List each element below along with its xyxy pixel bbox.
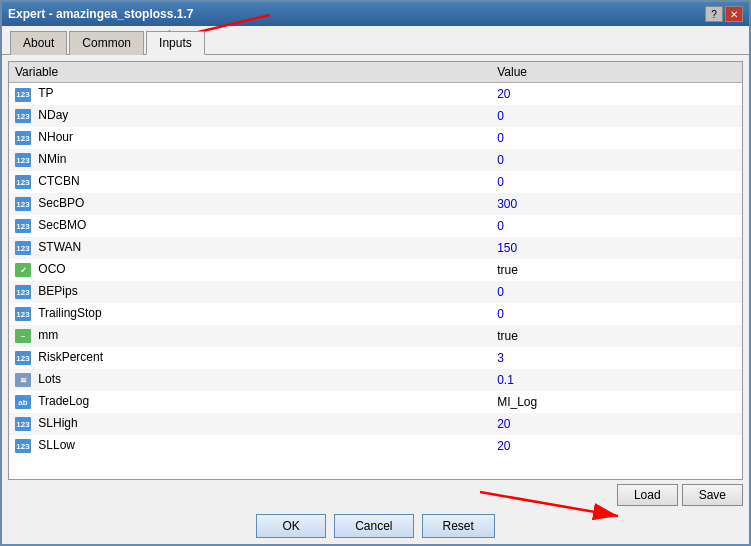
value-cell[interactable]: 300 bbox=[491, 193, 742, 215]
variable-icon: 123 bbox=[15, 241, 31, 255]
variable-icon: 123 bbox=[15, 88, 31, 102]
help-button[interactable]: ? bbox=[705, 6, 723, 22]
value-cell[interactable]: 0 bbox=[491, 215, 742, 237]
cancel-button[interactable]: Cancel bbox=[334, 514, 413, 538]
variable-icon: ✓ bbox=[15, 263, 31, 277]
value-cell[interactable]: 20 bbox=[491, 83, 742, 105]
value-cell[interactable]: 0 bbox=[491, 127, 742, 149]
value-cell[interactable]: 0 bbox=[491, 171, 742, 193]
variable-icon: 123 bbox=[15, 351, 31, 365]
value-cell[interactable]: MI_Log bbox=[491, 391, 742, 413]
save-button[interactable]: Save bbox=[682, 484, 743, 506]
variable-cell: 123 NMin bbox=[9, 149, 491, 171]
title-bar: Expert - amazingea_stoploss.1.7 ? ✕ bbox=[2, 2, 749, 26]
variable-name: RiskPercent bbox=[38, 350, 103, 364]
variable-cell: ≋ Lots bbox=[9, 369, 491, 391]
variable-name: TrailingStop bbox=[38, 306, 102, 320]
window-title: Expert - amazingea_stoploss.1.7 bbox=[8, 7, 193, 21]
table-row[interactable]: 123 SLLow 20 bbox=[9, 435, 742, 457]
variable-cell: ~ mm bbox=[9, 325, 491, 347]
table-row[interactable]: 123 RiskPercent 3 bbox=[9, 347, 742, 369]
close-button[interactable]: ✕ bbox=[725, 6, 743, 22]
variable-name: TP bbox=[38, 86, 53, 100]
variable-cell: 123 SLLow bbox=[9, 435, 491, 457]
tabs-bar: About Common Inputs bbox=[2, 26, 749, 55]
variable-icon: 123 bbox=[15, 131, 31, 145]
value-cell[interactable]: 0.1 bbox=[491, 369, 742, 391]
table-row[interactable]: ~ mm true bbox=[9, 325, 742, 347]
variable-icon: 123 bbox=[15, 417, 31, 431]
tab-common[interactable]: Common bbox=[69, 31, 144, 55]
value-cell[interactable]: 20 bbox=[491, 413, 742, 435]
variable-name: STWAN bbox=[38, 240, 81, 254]
value-cell[interactable]: 0 bbox=[491, 149, 742, 171]
variable-cell: 123 NHour bbox=[9, 127, 491, 149]
variable-cell: 123 SecBMO bbox=[9, 215, 491, 237]
variable-name: OCO bbox=[38, 262, 65, 276]
variable-icon: 123 bbox=[15, 109, 31, 123]
bottom-section: Load Save OK Cancel Reset bbox=[8, 480, 743, 538]
col-value-header: Value bbox=[491, 62, 742, 83]
inputs-table-container: Variable Value 123 TP 20 123 NDay 0 123 bbox=[8, 61, 743, 480]
variable-cell: 123 CTCBN bbox=[9, 171, 491, 193]
content-area: Variable Value 123 TP 20 123 NDay 0 123 bbox=[2, 55, 749, 544]
variable-icon: ≋ bbox=[15, 373, 31, 387]
variable-icon: 123 bbox=[15, 285, 31, 299]
table-row[interactable]: 123 NMin 0 bbox=[9, 149, 742, 171]
value-cell[interactable]: 0 bbox=[491, 105, 742, 127]
variable-icon: 123 bbox=[15, 219, 31, 233]
table-row[interactable]: 123 CTCBN 0 bbox=[9, 171, 742, 193]
variable-name: SecBMO bbox=[38, 218, 86, 232]
variable-cell: 123 TP bbox=[9, 83, 491, 105]
tab-inputs[interactable]: Inputs bbox=[146, 31, 205, 55]
table-row[interactable]: ✓ OCO true bbox=[9, 259, 742, 281]
variable-name: SecBPO bbox=[38, 196, 84, 210]
table-row[interactable]: 123 SecBPO 300 bbox=[9, 193, 742, 215]
reset-button[interactable]: Reset bbox=[422, 514, 495, 538]
variable-icon: 123 bbox=[15, 307, 31, 321]
table-row[interactable]: 123 SecBMO 0 bbox=[9, 215, 742, 237]
load-button[interactable]: Load bbox=[617, 484, 678, 506]
table-row[interactable]: 123 BEPips 0 bbox=[9, 281, 742, 303]
table-header-row: Variable Value bbox=[9, 62, 742, 83]
value-cell[interactable]: 0 bbox=[491, 281, 742, 303]
col-variable-header: Variable bbox=[9, 62, 491, 83]
variable-name: CTCBN bbox=[38, 174, 79, 188]
tab-about[interactable]: About bbox=[10, 31, 67, 55]
variable-cell: ab TradeLog bbox=[9, 391, 491, 413]
variable-icon: ~ bbox=[15, 329, 31, 343]
variable-name: BEPips bbox=[38, 284, 77, 298]
value-cell[interactable]: true bbox=[491, 259, 742, 281]
variable-name: NDay bbox=[38, 108, 68, 122]
inputs-table: Variable Value 123 TP 20 123 NDay 0 123 bbox=[9, 62, 742, 457]
value-cell[interactable]: 0 bbox=[491, 303, 742, 325]
variable-cell: 123 RiskPercent bbox=[9, 347, 491, 369]
variable-cell: 123 SecBPO bbox=[9, 193, 491, 215]
variable-name: NHour bbox=[38, 130, 73, 144]
load-save-row: Load Save bbox=[8, 484, 743, 506]
variable-cell: 123 BEPips bbox=[9, 281, 491, 303]
table-row[interactable]: 123 NHour 0 bbox=[9, 127, 742, 149]
variable-icon: 123 bbox=[15, 439, 31, 453]
value-cell[interactable]: true bbox=[491, 325, 742, 347]
ok-button[interactable]: OK bbox=[256, 514, 326, 538]
variable-cell: 123 SLHigh bbox=[9, 413, 491, 435]
variable-cell: 123 TrailingStop bbox=[9, 303, 491, 325]
table-row[interactable]: 123 STWAN 150 bbox=[9, 237, 742, 259]
variable-icon: 123 bbox=[15, 197, 31, 211]
variable-name: Lots bbox=[38, 372, 61, 386]
variable-name: mm bbox=[38, 328, 58, 342]
table-row[interactable]: ≋ Lots 0.1 bbox=[9, 369, 742, 391]
value-cell[interactable]: 3 bbox=[491, 347, 742, 369]
variable-name: SLLow bbox=[38, 438, 75, 452]
table-row[interactable]: ab TradeLog MI_Log bbox=[9, 391, 742, 413]
value-cell[interactable]: 150 bbox=[491, 237, 742, 259]
value-cell[interactable]: 20 bbox=[491, 435, 742, 457]
table-row[interactable]: 123 SLHigh 20 bbox=[9, 413, 742, 435]
ok-cancel-row: OK Cancel Reset bbox=[8, 510, 743, 538]
variable-cell: ✓ OCO bbox=[9, 259, 491, 281]
table-row[interactable]: 123 TP 20 bbox=[9, 83, 742, 105]
table-row[interactable]: 123 NDay 0 bbox=[9, 105, 742, 127]
title-bar-controls: ? ✕ bbox=[705, 6, 743, 22]
table-row[interactable]: 123 TrailingStop 0 bbox=[9, 303, 742, 325]
